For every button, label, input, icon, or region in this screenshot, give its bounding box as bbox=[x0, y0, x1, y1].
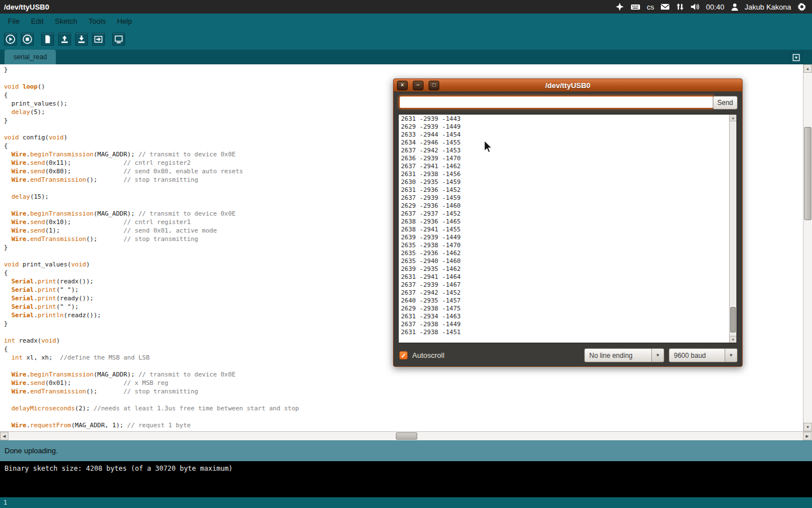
sync-icon[interactable] bbox=[676, 2, 684, 11]
tab-menu-icon bbox=[792, 54, 800, 62]
scroll-up-button[interactable]: ▲ bbox=[804, 64, 812, 73]
chevron-down-icon[interactable]: ▼ bbox=[651, 349, 664, 362]
serial-output-line: 2634 -2946 -1455 bbox=[401, 139, 727, 147]
scroll-down-button[interactable]: ▼ bbox=[804, 423, 812, 431]
menu-item-help[interactable]: Help bbox=[111, 14, 138, 28]
autoscroll-label: Autoscroll bbox=[412, 351, 444, 360]
open-sketch-button[interactable] bbox=[58, 33, 71, 46]
editor-horizontal-scrollbar[interactable]: ◀ ▶ bbox=[0, 431, 812, 440]
serial-output-line: 2631 -2936 -1452 bbox=[401, 186, 727, 194]
chevron-down-icon[interactable]: ▼ bbox=[725, 349, 737, 362]
minimize-button[interactable]: − bbox=[413, 81, 423, 90]
serial-output-line: 2639 -2939 -1449 bbox=[401, 234, 727, 242]
menu-item-file[interactable]: File bbox=[2, 14, 25, 28]
clock[interactable]: 00:40 bbox=[706, 3, 725, 11]
scroll-left-button[interactable]: ◀ bbox=[0, 432, 8, 440]
desktop: /dev/ttyUSB0 cs00:40Jakub Kakona FileEdi… bbox=[0, 0, 812, 508]
scroll-down-button[interactable]: ▼ bbox=[730, 336, 736, 343]
send-button[interactable]: Send bbox=[713, 96, 738, 110]
indicator-icon[interactable] bbox=[615, 2, 624, 11]
serial-output-line: 2637 -2937 -1452 bbox=[401, 210, 727, 218]
serial-output-line: 2629 -2938 -1475 bbox=[401, 305, 727, 313]
status-message: Done uploading. bbox=[5, 446, 58, 455]
code-line: delayMicroseconds(2); //needs at least 1… bbox=[4, 404, 803, 413]
editor-vertical-scrollbar[interactable]: ▲ ▼ bbox=[803, 64, 812, 431]
serial-output-line: 2637 -2942 -1453 bbox=[401, 147, 727, 155]
window-title: /dev/ttyUSB0 bbox=[0, 3, 49, 11]
serial-output-line: 2637 -2939 -1459 bbox=[401, 194, 727, 202]
new-sketch-button[interactable] bbox=[41, 33, 54, 46]
serial-output: 2631 -2939 -14432629 -2939 -14492633 -29… bbox=[399, 115, 729, 343]
session-gear-icon[interactable] bbox=[797, 2, 806, 11]
serial-output-line: 2631 -2941 -1464 bbox=[401, 273, 727, 281]
serial-send-input[interactable] bbox=[399, 96, 714, 108]
serial-monitor-button[interactable] bbox=[112, 33, 125, 46]
serial-output-line: 2637 -2938 -1449 bbox=[401, 321, 727, 329]
code-line: Wire.beginTransmission(MAG_ADDR); // tra… bbox=[4, 370, 803, 379]
vertical-scroll-thumb[interactable] bbox=[804, 127, 811, 220]
stop-button[interactable] bbox=[21, 33, 34, 46]
console-text: Binary sketch size: 4208 bytes (of a 307… bbox=[5, 465, 233, 472]
serial-output-line: 2631 -2934 -1463 bbox=[401, 313, 727, 321]
serial-output-line: 2629 -2939 -1449 bbox=[401, 123, 727, 131]
toolbar bbox=[0, 28, 812, 50]
horizontal-scroll-thumb[interactable] bbox=[396, 432, 417, 440]
scroll-up-button[interactable]: ▲ bbox=[730, 115, 736, 121]
code-line: } bbox=[4, 65, 803, 74]
console-output: Binary sketch size: 4208 bytes (of a 307… bbox=[0, 461, 812, 497]
code-line: Wire.requestFrom(MAG_ADDR, 1); // reques… bbox=[4, 421, 803, 430]
serial-output-line: 2638 -2941 -1455 bbox=[401, 226, 727, 234]
tab-menu-button[interactable] bbox=[790, 51, 802, 64]
serial-output-line: 2631 -2939 -1443 bbox=[401, 115, 727, 123]
serial-output-line: 2635 -2940 -1460 bbox=[401, 257, 727, 265]
code-line bbox=[4, 396, 803, 404]
close-button[interactable]: × bbox=[397, 81, 408, 90]
serial-output-line: 2635 -2938 -1470 bbox=[401, 242, 727, 249]
username[interactable]: Jakub Kakona bbox=[745, 3, 791, 11]
serial-scroll-thumb[interactable] bbox=[730, 307, 736, 332]
keyboard-layout[interactable]: cs bbox=[647, 3, 654, 11]
serial-output-line: 2633 -2944 -1454 bbox=[401, 131, 727, 139]
maximize-button[interactable]: □ bbox=[429, 81, 439, 90]
serial-monitor-titlebar[interactable]: × − □ /dev/ttyUSB0 bbox=[394, 79, 742, 91]
serial-output-line: 2639 -2935 -1462 bbox=[401, 265, 727, 273]
system-panel: /dev/ttyUSB0 cs00:40Jakub Kakona bbox=[0, 0, 812, 14]
baud-rate-select[interactable]: 9600 baud ▼ bbox=[669, 348, 738, 362]
save-sketch-button[interactable] bbox=[75, 33, 88, 46]
tab-bar: serial_read bbox=[0, 50, 812, 64]
status-bar: Done uploading. bbox=[0, 440, 812, 461]
user-icon[interactable] bbox=[731, 3, 739, 11]
serial-output-area[interactable]: 2631 -2939 -14432629 -2939 -14492633 -29… bbox=[398, 114, 737, 343]
serial-monitor-window: × − □ /dev/ttyUSB0 Send 2631 -2939 -1443… bbox=[393, 78, 743, 367]
menu-item-sketch[interactable]: Sketch bbox=[49, 14, 83, 28]
mail-icon[interactable] bbox=[660, 3, 670, 11]
serial-output-line: 2637 -2941 -1462 bbox=[401, 163, 727, 170]
serial-output-line: 2630 -2935 -1459 bbox=[401, 178, 727, 186]
line-number: 1 bbox=[3, 499, 7, 506]
line-ending-value: No line ending bbox=[585, 349, 651, 362]
baud-rate-value: 9600 baud bbox=[669, 349, 725, 362]
serial-output-line: 2637 -2939 -1467 bbox=[401, 281, 727, 289]
serial-output-scrollbar[interactable]: ▲ ▼ bbox=[729, 115, 736, 343]
upload-button[interactable] bbox=[92, 33, 105, 46]
menubar: FileEditSketchToolsHelp bbox=[0, 14, 812, 28]
window-buttons: × − □ bbox=[397, 81, 439, 90]
menu-item-tools[interactable]: Tools bbox=[83, 14, 111, 28]
serial-output-line: 2637 -2942 -1452 bbox=[401, 289, 727, 297]
code-line: Wire.endTransmission(); // stop transmit… bbox=[4, 387, 803, 396]
code-line: Wire.send(0x01); // x MSB reg bbox=[4, 379, 803, 387]
serial-output-line: 2638 -2936 -1465 bbox=[401, 218, 727, 226]
serial-output-line: 2640 -2935 -1457 bbox=[401, 297, 727, 305]
line-ending-select[interactable]: No line ending ▼ bbox=[584, 348, 664, 362]
verify-button[interactable] bbox=[4, 33, 17, 46]
tab-serial-read[interactable]: serial_read bbox=[5, 50, 56, 64]
autoscroll-checkbox[interactable]: ✓ bbox=[399, 351, 408, 360]
scroll-right-button[interactable]: ▶ bbox=[803, 432, 811, 440]
serial-output-line: 2631 -2938 -1451 bbox=[401, 329, 727, 336]
serial-output-line: 2635 -2936 -1462 bbox=[401, 249, 727, 257]
serial-output-line: 2631 -2938 -1456 bbox=[401, 170, 727, 178]
keyboard-icon[interactable] bbox=[630, 2, 641, 11]
volume-icon[interactable] bbox=[690, 2, 700, 11]
mouse-cursor bbox=[484, 140, 493, 156]
menu-item-edit[interactable]: Edit bbox=[25, 14, 49, 28]
